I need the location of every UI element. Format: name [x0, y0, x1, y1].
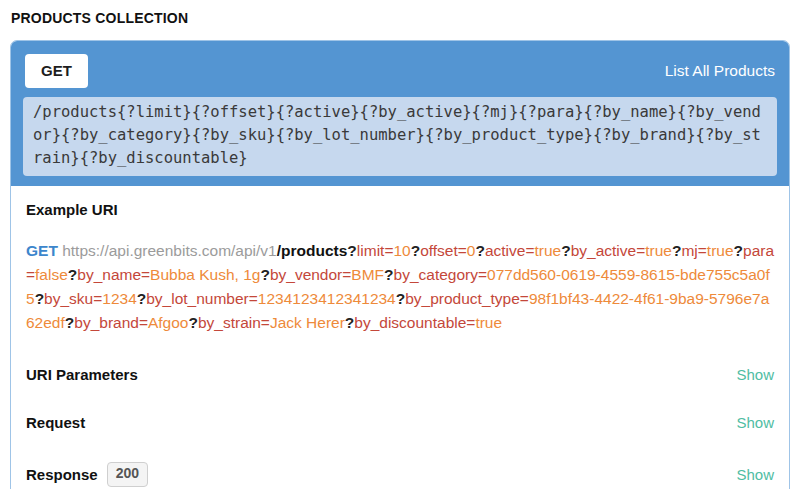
query-param-value: Bubba Kush, 1g — [150, 266, 260, 283]
query-separator: ? — [345, 314, 354, 331]
query-separator: ? — [384, 266, 393, 283]
example-method: GET — [26, 242, 58, 259]
collapsible-sections: URI ParametersShowRequestShowResponse200… — [25, 366, 775, 487]
query-param-value: 10 — [393, 242, 410, 259]
query-param-name: mj= — [681, 242, 706, 259]
section-label: URI Parameters — [26, 366, 138, 383]
query-param-value: true — [475, 314, 502, 331]
page: PRODUCTS COLLECTION GET List All Product… — [0, 0, 800, 489]
query-param-value: true — [707, 242, 734, 259]
example-base-url: https://api.greenbits.com/api/v1 — [62, 242, 277, 259]
query-separator: ? — [411, 242, 420, 259]
query-param-name: by_strain= — [198, 314, 270, 331]
query-param-name: limit= — [357, 242, 394, 259]
products-collection-panel: GET List All Products /products{?limit}{… — [10, 40, 790, 489]
show-toggle-link[interactable]: Show — [736, 414, 774, 431]
query-separator: ? — [347, 242, 356, 259]
query-param-value: true — [534, 242, 561, 259]
show-toggle-link[interactable]: Show — [736, 466, 774, 483]
uri-template-code: /products{?limit}{?offset}{?active}{?by_… — [23, 97, 777, 176]
example-uri: GET https://api.greenbits.com/api/v1/pro… — [26, 239, 775, 335]
query-param-name: by_sku= — [44, 290, 102, 307]
query-separator: ? — [137, 290, 146, 307]
query-param-name: by_name= — [77, 266, 150, 283]
section-left: URI Parameters — [26, 366, 138, 383]
query-param-name: active= — [485, 242, 535, 259]
query-param-name: by_discountable= — [354, 314, 475, 331]
query-param-name: by_category= — [394, 266, 488, 283]
query-separator: ? — [734, 242, 743, 259]
query-param-name: offset= — [420, 242, 467, 259]
query-param-name: by_active= — [571, 242, 646, 259]
show-toggle-link[interactable]: Show — [736, 366, 774, 383]
query-param-value: BMF — [351, 266, 384, 283]
status-badge: 200 — [107, 462, 148, 487]
query-param-name: by_brand= — [74, 314, 148, 331]
query-param-value: true — [645, 242, 672, 259]
section-left: Request — [26, 414, 85, 431]
section-row-uri-parameters: URI ParametersShow — [26, 366, 774, 383]
query-separator: ? — [396, 290, 405, 307]
query-separator: ? — [188, 314, 197, 331]
query-separator: ? — [35, 290, 44, 307]
query-param-name: by_lot_number= — [146, 290, 258, 307]
section-left: Response200 — [26, 462, 148, 487]
query-separator: ? — [475, 242, 484, 259]
query-separator: ? — [260, 266, 269, 283]
example-uri-heading: Example URI — [26, 201, 775, 218]
query-separator: ? — [68, 266, 77, 283]
query-param-name: by_vendor= — [270, 266, 351, 283]
get-method-button[interactable]: GET — [25, 54, 88, 88]
query-param-value: 1234 — [102, 290, 136, 307]
page-title: PRODUCTS COLLECTION — [11, 10, 790, 26]
section-row-response: Response200Show — [26, 462, 774, 487]
query-param-value: Afgoo — [148, 314, 189, 331]
query-param-name: by_product_type= — [405, 290, 529, 307]
section-label: Request — [26, 414, 85, 431]
example-path: /products — [277, 242, 348, 259]
query-separator: ? — [672, 242, 681, 259]
section-row-request: RequestShow — [26, 414, 774, 431]
query-separator: ? — [561, 242, 570, 259]
endpoint-header-row: GET List All Products — [23, 54, 777, 88]
query-param-value: Jack Herer — [270, 314, 345, 331]
endpoint-body: Example URI GET https://api.greenbits.co… — [11, 186, 789, 489]
section-label: Response — [26, 466, 98, 483]
endpoint-header[interactable]: GET List All Products /products{?limit}{… — [11, 41, 789, 186]
query-param-value: 1234123412341234 — [258, 290, 396, 307]
query-separator: ? — [65, 314, 74, 331]
query-param-value: false — [35, 266, 68, 283]
action-title[interactable]: List All Products — [665, 62, 775, 80]
